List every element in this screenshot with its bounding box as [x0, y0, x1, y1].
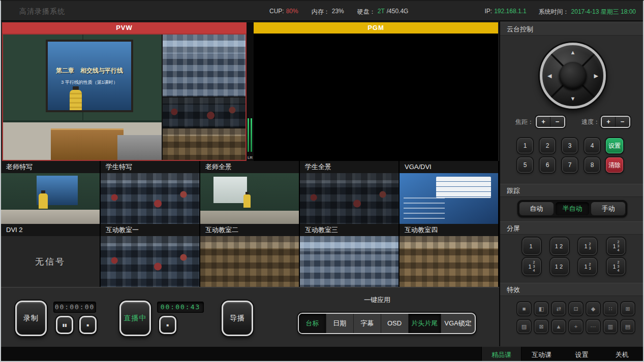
thumb-classroom-3[interactable]: [300, 236, 400, 287]
effect-cut-icon[interactable]: ■: [517, 302, 531, 315]
cpu-label: CUP:: [269, 8, 284, 16]
system-time: 系统时间： 2017-4-13 星期三 18:00: [539, 8, 636, 16]
source-labels-row-1: 老师特写 学生特写 老师全景 学生全景 VGA/DVI: [1, 161, 499, 173]
live-stop-button[interactable]: ■: [159, 316, 176, 334]
preset-clear-button[interactable]: 清除: [606, 157, 623, 173]
system-time-value: 2017-4-13 星期三 18:00: [571, 8, 636, 16]
effect-blinds-vertical-icon[interactable]: ▥: [604, 320, 617, 333]
effect-wedge-icon[interactable]: ▲: [552, 320, 565, 333]
tracking-manual-button[interactable]: 手动: [591, 202, 625, 215]
tracking-semi-auto-button[interactable]: 半自动: [556, 202, 590, 215]
pvw-side-thumbnails: [163, 35, 246, 160]
preset-7-button[interactable]: 7: [562, 157, 577, 173]
effect-blinds-horizontal-icon[interactable]: ▤: [621, 320, 634, 333]
intro-outro-toggle-button[interactable]: 片头片尾: [409, 314, 441, 333]
effect-corners-in-icon[interactable]: ∷: [604, 302, 617, 315]
split-layout-3-button[interactable]: 1 2 3: [578, 238, 597, 255]
effect-dots-icon[interactable]: ⋯: [587, 320, 600, 333]
date-toggle-button[interactable]: 日期: [326, 314, 354, 333]
effect-wipe-horizontal-icon[interactable]: ⇄: [552, 302, 565, 315]
desk-graphic: [117, 135, 162, 160]
thumb-classroom-4[interactable]: [400, 236, 499, 287]
thumb-dvi2-no-signal[interactable]: 无信号: [1, 236, 101, 287]
one-key-apply-title: 一键应用: [326, 295, 428, 305]
ptz-down-button[interactable]: ▼: [570, 96, 576, 102]
preset-set-button[interactable]: 设置: [606, 138, 623, 153]
transport-controls: 录制 00:00:00 ▮▮ ■ 直播中 00:00:43 ■ 导播 一键应用 …: [1, 287, 499, 346]
tab-settings[interactable]: 设置: [562, 347, 602, 362]
source-label-teacher-wide: 老师全景: [200, 161, 300, 173]
memory-label: 内存：: [312, 8, 330, 16]
speed-minus-button[interactable]: −: [616, 117, 629, 127]
speed-plus-button[interactable]: +: [602, 117, 616, 127]
effect-wipe-left-icon[interactable]: ◧: [535, 302, 548, 315]
preset-4-button[interactable]: 4: [585, 138, 600, 153]
effect-box-in-icon[interactable]: ⊡: [569, 302, 582, 315]
split-layout-5-button[interactable]: 1 2 3 4: [523, 258, 541, 275]
thumb-teacher-closeup[interactable]: [1, 173, 101, 224]
split-layout-7-button[interactable]: 1 2 3: [578, 258, 597, 275]
pgm-video: [254, 34, 498, 161]
record-stop-button[interactable]: ■: [79, 316, 97, 334]
split-layout-6-button[interactable]: 1 2: [550, 258, 569, 275]
slide-title: 第二章 相交线与平行线: [56, 67, 123, 75]
pgm-header: PGM: [254, 22, 498, 34]
osd-toggle-button[interactable]: OSD: [381, 314, 409, 333]
split-layout-8-button[interactable]: 1 2 3 4: [607, 258, 625, 275]
effect-corners-out-icon[interactable]: ⊞: [621, 302, 634, 315]
vga-lock-toggle-button[interactable]: VGA锁定: [441, 314, 475, 333]
focus-minus-button[interactable]: −: [550, 117, 564, 127]
record-button[interactable]: 录制: [15, 301, 47, 336]
ptz-joystick[interactable]: ▲ ▼ ◀ ▶: [540, 43, 606, 109]
tab-premium-course[interactable]: 精品课: [481, 347, 522, 362]
tab-shutdown[interactable]: 关机: [602, 347, 642, 362]
preset-6-button[interactable]: 6: [540, 157, 555, 173]
no-signal-text: 无信号: [35, 256, 66, 268]
thumb-student-wide[interactable]: [300, 173, 400, 224]
director-button[interactable]: 导播: [222, 301, 253, 336]
subtitle-toggle-button[interactable]: 字幕: [354, 314, 381, 333]
split-main-label: 1: [612, 243, 616, 249]
source-label-teacher-closeup: 老师特写: [1, 161, 101, 173]
split-layout-2-button[interactable]: 1 2: [550, 238, 569, 255]
thumb-classroom-1[interactable]: [101, 236, 200, 287]
pvw-main-video: 第二章 相交线与平行线 3 平行线的性质（第1课时）: [3, 35, 163, 160]
memory-value: 23%: [332, 8, 344, 16]
thumb-classroom-2[interactable]: [200, 236, 300, 287]
preset-1-button[interactable]: 1: [517, 138, 533, 153]
stop-icon: ■: [167, 323, 169, 327]
effect-cross-zoom-icon[interactable]: ⊠: [535, 320, 548, 333]
pvw-video: 第二章 相交线与平行线 3 平行线的性质（第1课时）: [2, 34, 247, 161]
live-button[interactable]: 直播中: [119, 301, 151, 336]
disk-free-value: 2T: [378, 8, 385, 16]
thumb-teacher-wide[interactable]: [200, 173, 300, 224]
record-pause-button[interactable]: ▮▮: [56, 316, 73, 334]
app-title: 高清录播系统: [19, 7, 65, 16]
ptz-right-button[interactable]: ▶: [594, 73, 598, 79]
ptz-left-button[interactable]: ◀: [547, 73, 551, 79]
tracking-auto-button[interactable]: 自动: [519, 202, 554, 215]
effect-diagonal-icon[interactable]: ▨: [517, 320, 531, 333]
preset-5-button[interactable]: 5: [517, 157, 533, 173]
split-layout-1-button[interactable]: 1: [523, 238, 541, 255]
preset-3-button[interactable]: 3: [562, 138, 577, 153]
preset-8-button[interactable]: 8: [585, 157, 600, 173]
ptz-up-button[interactable]: ▲: [570, 50, 576, 55]
split-main-label: 1: [584, 264, 587, 270]
effect-cross-split-icon[interactable]: +: [569, 320, 582, 333]
logo-toggle-button[interactable]: 台标: [299, 314, 326, 333]
effect-box-out-icon[interactable]: ◆: [587, 302, 600, 315]
speed-label: 速度：: [581, 118, 600, 126]
focus-plus-button[interactable]: +: [537, 117, 550, 127]
ptz-center-knob[interactable]: [559, 62, 587, 89]
thumb-vga-dvi[interactable]: [400, 173, 499, 224]
split-layout-4-button[interactable]: 1 2 3 4: [607, 238, 625, 255]
pgm-monitor: PGM: [254, 22, 498, 161]
thumb-student-closeup[interactable]: [101, 173, 200, 224]
tracking-mode-group: 自动 半自动 手动: [517, 200, 627, 217]
source-label-dvi2: DVI 2: [1, 224, 101, 236]
cpu-value: 80%: [286, 8, 298, 16]
preset-2-button[interactable]: 2: [540, 138, 555, 153]
tab-interactive-course[interactable]: 互动课: [522, 347, 562, 362]
source-label-classroom-4: 互动教室四: [400, 224, 499, 236]
